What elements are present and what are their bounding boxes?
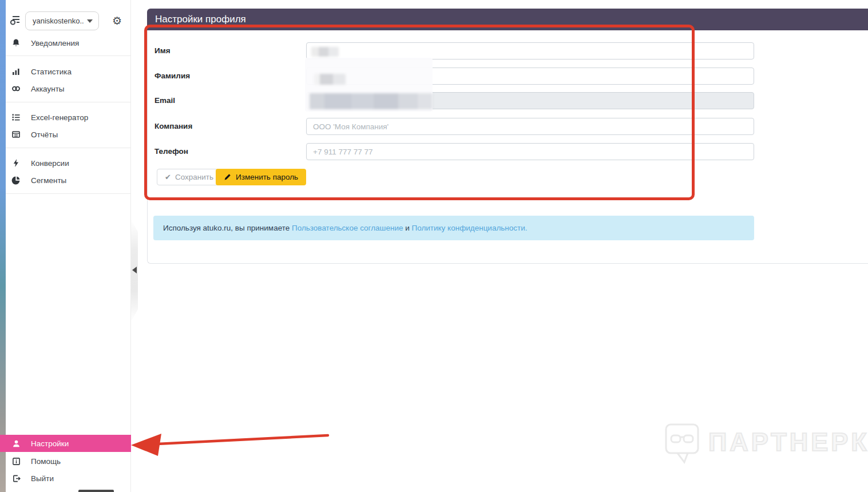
sidebar-item-label: Excel-генератор xyxy=(31,113,88,122)
lightning-icon xyxy=(11,158,21,168)
field-label-company: Компания xyxy=(154,118,292,135)
sidebar-item-notifications[interactable]: Уведомления xyxy=(6,35,131,51)
pie-chart-icon xyxy=(11,176,21,185)
change-password-button[interactable]: Изменить пароль xyxy=(216,169,306,185)
field-label-name: Имя xyxy=(154,42,292,59)
censored-email-value xyxy=(310,93,433,109)
account-dropdown-value: yaniskostenko... xyxy=(33,17,84,25)
sidebar-item-help[interactable]: Помощь xyxy=(0,453,131,469)
watermark: ПАРТНЕРКИН xyxy=(664,422,868,466)
sidebar-divider xyxy=(6,102,131,102)
terms-notice: Используя atuko.ru, вы принимаете Пользо… xyxy=(153,216,754,240)
linked-accounts-icon xyxy=(11,84,21,93)
bar-chart-icon xyxy=(11,67,21,76)
report-table-icon xyxy=(11,130,21,139)
save-button[interactable]: ✔ Сохранить xyxy=(157,169,221,185)
page-title: Настройки профиля xyxy=(155,14,246,25)
pencil-icon xyxy=(224,173,231,181)
bell-icon xyxy=(11,38,21,47)
terms-link[interactable]: Пользовательское соглашение xyxy=(292,224,403,232)
sidebar-item-label: Конверсии xyxy=(31,159,69,168)
sidebar-item-label: Уведомления xyxy=(31,39,79,47)
watermark-logo-icon xyxy=(664,422,700,466)
sidebar-item-settings[interactable]: Настройки xyxy=(0,435,131,452)
sidebar-item-label: Статистика xyxy=(31,68,72,76)
sidebar-item-excel-generator[interactable]: Excel-генератор xyxy=(6,109,131,125)
sidebar-item-conversions[interactable]: Конверсии xyxy=(6,155,131,171)
sidebar-item-segments[interactable]: Сегменты xyxy=(6,172,131,188)
info-icon xyxy=(11,457,21,466)
user-icon xyxy=(11,439,21,448)
account-row: yaniskostenko... ⚙ xyxy=(6,11,131,31)
app-root: yaniskostenko... ⚙ Уведомления Статистик… xyxy=(0,0,868,492)
sidebar-divider xyxy=(6,55,131,56)
account-dropdown[interactable]: yaniskostenko... xyxy=(25,11,99,30)
censored-surname-value xyxy=(314,74,346,85)
sidebar-item-statistics[interactable]: Статистика xyxy=(6,64,131,80)
sidebar-item-label: Помощь xyxy=(31,457,61,466)
account-list-icon xyxy=(10,14,21,28)
annotation-arrow xyxy=(129,428,332,459)
sidebar-item-accounts[interactable]: Аккаунты xyxy=(6,81,131,97)
privacy-link[interactable]: Политику конфиденциальности. xyxy=(412,224,528,232)
save-button-label: Сохранить xyxy=(175,173,213,181)
field-label-surname: Фамилия xyxy=(154,68,292,85)
field-label-phone: Телефон xyxy=(154,143,292,160)
check-icon: ✔ xyxy=(165,173,171,181)
sidebar-divider xyxy=(6,193,131,194)
censored-name-value xyxy=(311,47,339,57)
sidebar-item-label: Выйти xyxy=(31,474,54,483)
sidebar: yaniskostenko... ⚙ Уведомления Статистик… xyxy=(6,0,131,492)
sidebar-divider xyxy=(6,148,131,148)
phone-input[interactable] xyxy=(306,143,754,160)
watermark-text: ПАРТНЕРКИН xyxy=(708,427,868,457)
field-label-email: Email xyxy=(154,92,292,109)
screen-edge-gradient xyxy=(0,0,6,492)
notice-text: Используя atuko.ru, вы принимаете Пользо… xyxy=(163,224,528,232)
change-password-label: Изменить пароль xyxy=(236,173,298,181)
sidebar-item-logout[interactable]: Выйти xyxy=(0,470,131,486)
sidebar-item-label: Настройки xyxy=(31,439,69,448)
logout-icon xyxy=(11,474,21,483)
sidebar-item-label: Сегменты xyxy=(31,176,66,185)
panel-header: Настройки профиля xyxy=(147,9,868,30)
company-input[interactable] xyxy=(306,118,754,135)
chevron-down-icon xyxy=(87,19,93,23)
sidebar-item-label: Отчёты xyxy=(31,130,58,139)
gear-icon[interactable]: ⚙ xyxy=(112,13,122,29)
sidebar-item-reports[interactable]: Отчёты xyxy=(6,126,131,142)
sidebar-item-label: Аккаунты xyxy=(31,85,65,93)
cropped-element xyxy=(78,490,114,492)
collapse-arrow-icon xyxy=(132,267,137,273)
name-input[interactable] xyxy=(306,42,754,59)
list-icon xyxy=(11,113,21,122)
